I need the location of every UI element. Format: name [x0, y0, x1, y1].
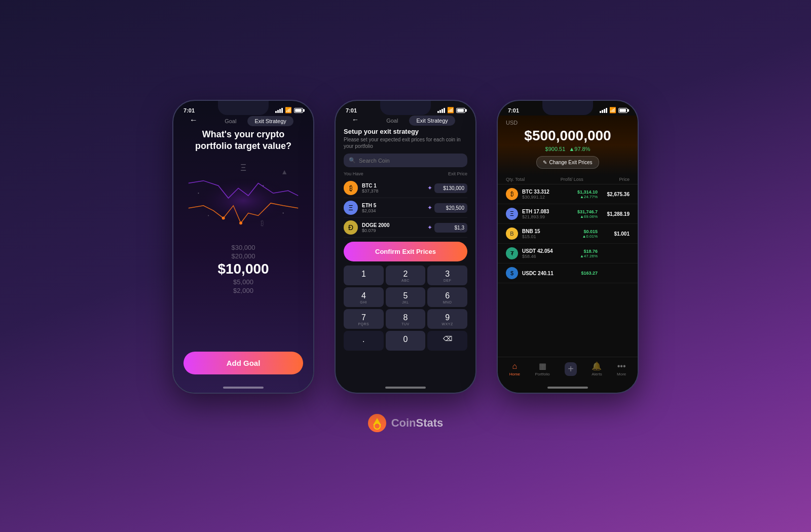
signal-bars-1	[275, 108, 283, 113]
key-5[interactable]: 5JKL	[386, 287, 426, 307]
coin-info-eth: Ξ ETH 5 $2,034	[344, 201, 376, 215]
home-indicator-2	[385, 387, 426, 389]
portfolio-header: USD $500,000,000 $900.51 ▲97.8% ✎ Change…	[498, 116, 638, 175]
search-bar[interactable]: 🔍	[344, 154, 467, 167]
nav-alerts-label: Alerts	[592, 372, 602, 376]
svg-point-3	[198, 193, 199, 194]
usdt-profit: $18.76 ▲47.26%	[567, 249, 598, 258]
brand-name: CoinStats	[391, 416, 444, 430]
eth-exit-input: ✦	[427, 203, 467, 213]
price-item-3: $5,000	[233, 278, 253, 286]
btc-name-3: BTC 33.312	[522, 189, 563, 195]
key-3[interactable]: 3DEF	[427, 265, 467, 285]
usdt-info-3: USDT 42.054 $58.46	[522, 248, 563, 259]
confirm-exit-prices-button[interactable]: Confirm Exit Prices	[344, 242, 467, 261]
edit-icon: ✎	[543, 160, 547, 165]
nav-more[interactable]: ••• More	[617, 362, 626, 376]
tab-exit-strategy-2[interactable]: Exit Strategy	[409, 116, 455, 126]
change-exit-prices-button[interactable]: ✎ Change Exit Prices	[536, 156, 599, 169]
doge-name: DOGE 2000	[362, 222, 389, 228]
btc-value: $37,378	[362, 188, 379, 194]
key-7[interactable]: 7PQRS	[344, 309, 384, 329]
portfolio-icon: ▦	[539, 361, 546, 371]
phones-container: 7:01 📶 ← Goal	[172, 100, 639, 394]
nav-portfolio-label: Portfolio	[535, 372, 549, 376]
table-row-btc: ₿ BTC 33.312 $30,991.12 $1,314.10 ▲24.77…	[498, 184, 638, 204]
key-1[interactable]: 1	[344, 265, 384, 285]
phone1-title: What's your crypto portfolio target valu…	[183, 129, 303, 153]
status-icons-2: 📶	[437, 107, 465, 113]
status-bar-2: 7:01 📶	[336, 101, 475, 116]
sparkle-icon-doge: ✦	[427, 224, 432, 231]
nav-home[interactable]: ⌂ Home	[509, 362, 520, 376]
eth-total-3: $21,893.99	[522, 214, 563, 219]
key-backspace[interactable]: ⌫	[427, 331, 467, 351]
phone2-content: Setup your exit strategy Please set your…	[336, 128, 475, 385]
tab-goal-1[interactable]: Goal	[217, 116, 243, 126]
key-2[interactable]: 2ABC	[386, 265, 426, 285]
key-0[interactable]: 0	[386, 331, 426, 351]
usdc-info-3: USDC 240.11	[522, 271, 563, 276]
alerts-icon: 🔔	[592, 361, 602, 371]
btc-exit-input: ✦	[427, 183, 467, 193]
nav-portfolio[interactable]: ▦ Portfolio	[535, 361, 549, 376]
coin-row-doge: Ð DOGE 2000 $0.079 ✦	[344, 218, 467, 238]
price-item-active: $10,000	[217, 261, 269, 277]
coin-list-header: You Have Exit Price	[344, 171, 467, 176]
tab-goal-2[interactable]: Goal	[379, 116, 405, 126]
back-button-2[interactable]: ←	[344, 116, 367, 124]
header-price: Price	[619, 177, 630, 182]
btc-profit: $1,314.10 ▲24.77%	[567, 189, 598, 199]
status-bar-1: 7:01 📶	[173, 101, 313, 116]
header-exit-price: Exit Price	[448, 171, 467, 176]
search-input[interactable]	[359, 158, 462, 164]
btc-exit-field[interactable]	[434, 183, 467, 193]
header-qty: Qty. Total	[506, 177, 525, 182]
table-row-bnb: B BNB 15 $15.01 $0.015 ▲0.01% $1.001	[498, 224, 638, 244]
btc-total-3: $30,991.12	[522, 195, 563, 200]
coin-row-eth: Ξ ETH 5 $2,034 ✦	[344, 198, 467, 218]
eth-profit: $31,746.7 ▲69.06%	[567, 209, 598, 219]
eth-icon: Ξ	[344, 201, 358, 215]
key-8[interactable]: 8TUV	[386, 309, 426, 329]
key-dot[interactable]: .	[344, 331, 384, 351]
nav-alerts[interactable]: 🔔 Alerts	[592, 361, 602, 376]
price-item-4: $2,000	[233, 287, 253, 294]
signal-bars-3	[600, 108, 607, 113]
phone-3: 7:01 📶 USD $500,00	[497, 100, 639, 394]
svg-point-1	[222, 216, 225, 219]
time-2: 7:01	[346, 107, 357, 113]
more-icon: •••	[617, 362, 626, 371]
svg-point-0	[194, 176, 293, 225]
btc-name: BTC 1	[362, 183, 379, 188]
eth-exit-field[interactable]	[434, 203, 467, 213]
table-row-eth: Ξ ETH 17.083 $21,893.99 $31,746.7 ▲69.06…	[498, 204, 638, 224]
nav-more-label: More	[617, 372, 626, 376]
btc-icon: ₿	[344, 181, 358, 195]
add-goal-button[interactable]: Add Goal	[183, 352, 303, 374]
usdt-name-3: USDT 42.054	[522, 248, 563, 254]
phone-2: 7:01 📶 ← Goal	[335, 100, 476, 394]
home-indicator-3	[547, 387, 588, 389]
table-row-usdc: $ USDC 240.11 $163.27	[498, 263, 638, 283]
tab-exit-strategy-1[interactable]: Exit Strategy	[247, 116, 293, 126]
usdc-icon-3: $	[506, 267, 518, 279]
key-4[interactable]: 4GHI	[344, 287, 384, 307]
wifi-icon-2: 📶	[447, 107, 454, 113]
nav-add[interactable]: +	[565, 362, 577, 376]
doge-exit-field[interactable]	[434, 223, 467, 233]
phone3-screen: 7:01 📶 USD $500,00	[498, 101, 638, 393]
back-button-1[interactable]: ←	[181, 116, 206, 125]
signal-bars-2	[437, 108, 445, 113]
nav-tabs-1: Goal Exit Strategy	[206, 116, 305, 126]
price-item-1: $20,000	[232, 252, 255, 260]
usdt-total-3: $58.46	[522, 254, 563, 259]
coinstats-logo	[368, 414, 386, 432]
svg-point-6	[208, 215, 209, 216]
bnb-profit: $0.015 ▲0.01%	[567, 229, 598, 239]
key-9[interactable]: 9WXYZ	[427, 309, 467, 329]
header-profit: Profit/ Loss	[561, 177, 583, 182]
key-6[interactable]: 6MNO	[427, 287, 467, 307]
status-icons-3: 📶	[600, 107, 628, 113]
svg-point-4	[263, 185, 264, 186]
